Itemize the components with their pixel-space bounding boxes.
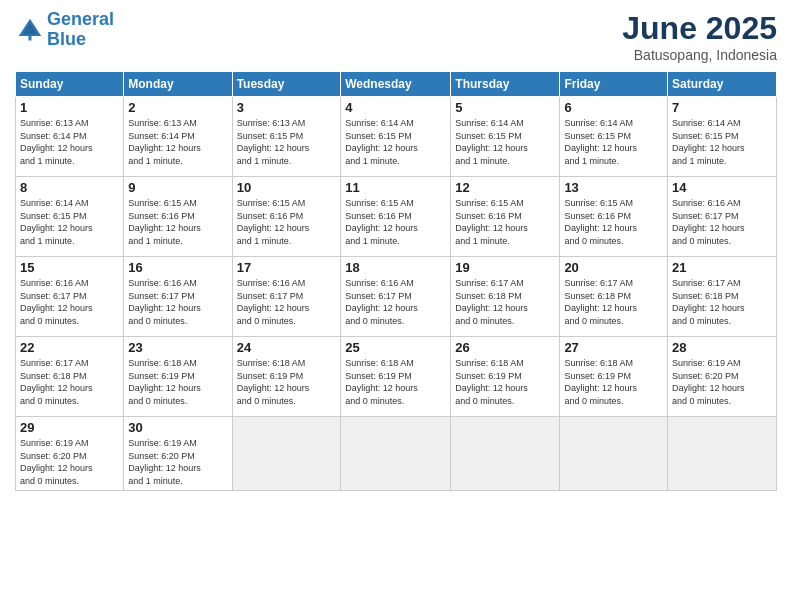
day-info-3: Sunrise: 6:13 AMSunset: 6:15 PMDaylight:… [237, 117, 337, 167]
day-cell-1: 1 Sunrise: 6:13 AMSunset: 6:14 PMDayligh… [16, 97, 124, 177]
day-num-3: 3 [237, 100, 337, 115]
day-info-20: Sunrise: 6:17 AMSunset: 6:18 PMDaylight:… [564, 277, 663, 327]
day-num-9: 9 [128, 180, 227, 195]
day-cell-empty-4 [560, 417, 668, 491]
day-info-19: Sunrise: 6:17 AMSunset: 6:18 PMDaylight:… [455, 277, 555, 327]
header-monday: Monday [124, 72, 232, 97]
day-num-27: 27 [564, 340, 663, 355]
day-cell-8: 8 Sunrise: 6:14 AMSunset: 6:15 PMDayligh… [16, 177, 124, 257]
header-friday: Friday [560, 72, 668, 97]
day-cell-30: 30 Sunrise: 6:19 AMSunset: 6:20 PMDaylig… [124, 417, 232, 491]
day-info-5: Sunrise: 6:14 AMSunset: 6:15 PMDaylight:… [455, 117, 555, 167]
title-block: June 2025 Batusopang, Indonesia [622, 10, 777, 63]
day-num-15: 15 [20, 260, 119, 275]
week-row-5: 29 Sunrise: 6:19 AMSunset: 6:20 PMDaylig… [16, 417, 777, 491]
day-num-8: 8 [20, 180, 119, 195]
day-cell-5: 5 Sunrise: 6:14 AMSunset: 6:15 PMDayligh… [451, 97, 560, 177]
day-num-24: 24 [237, 340, 337, 355]
day-cell-22: 22 Sunrise: 6:17 AMSunset: 6:18 PMDaylig… [16, 337, 124, 417]
svg-rect-2 [29, 34, 32, 40]
day-num-1: 1 [20, 100, 119, 115]
day-num-26: 26 [455, 340, 555, 355]
day-num-17: 17 [237, 260, 337, 275]
day-num-10: 10 [237, 180, 337, 195]
day-cell-13: 13 Sunrise: 6:15 AMSunset: 6:16 PMDaylig… [560, 177, 668, 257]
day-cell-15: 15 Sunrise: 6:16 AMSunset: 6:17 PMDaylig… [16, 257, 124, 337]
day-cell-20: 20 Sunrise: 6:17 AMSunset: 6:18 PMDaylig… [560, 257, 668, 337]
week-row-2: 8 Sunrise: 6:14 AMSunset: 6:15 PMDayligh… [16, 177, 777, 257]
logo-general: General [47, 9, 114, 29]
day-num-14: 14 [672, 180, 772, 195]
logo: General Blue [15, 10, 114, 50]
day-info-26: Sunrise: 6:18 AMSunset: 6:19 PMDaylight:… [455, 357, 555, 407]
day-info-28: Sunrise: 6:19 AMSunset: 6:20 PMDaylight:… [672, 357, 772, 407]
day-cell-14: 14 Sunrise: 6:16 AMSunset: 6:17 PMDaylig… [668, 177, 777, 257]
day-num-4: 4 [345, 100, 446, 115]
day-num-22: 22 [20, 340, 119, 355]
day-info-23: Sunrise: 6:18 AMSunset: 6:19 PMDaylight:… [128, 357, 227, 407]
day-cell-6: 6 Sunrise: 6:14 AMSunset: 6:15 PMDayligh… [560, 97, 668, 177]
day-cell-29: 29 Sunrise: 6:19 AMSunset: 6:20 PMDaylig… [16, 417, 124, 491]
day-cell-4: 4 Sunrise: 6:14 AMSunset: 6:15 PMDayligh… [341, 97, 451, 177]
day-num-23: 23 [128, 340, 227, 355]
day-cell-28: 28 Sunrise: 6:19 AMSunset: 6:20 PMDaylig… [668, 337, 777, 417]
day-info-29: Sunrise: 6:19 AMSunset: 6:20 PMDaylight:… [20, 437, 119, 487]
day-info-17: Sunrise: 6:16 AMSunset: 6:17 PMDaylight:… [237, 277, 337, 327]
day-cell-25: 25 Sunrise: 6:18 AMSunset: 6:19 PMDaylig… [341, 337, 451, 417]
calendar-table: Sunday Monday Tuesday Wednesday Thursday… [15, 71, 777, 491]
header-saturday: Saturday [668, 72, 777, 97]
day-cell-12: 12 Sunrise: 6:15 AMSunset: 6:16 PMDaylig… [451, 177, 560, 257]
day-info-11: Sunrise: 6:15 AMSunset: 6:16 PMDaylight:… [345, 197, 446, 247]
day-num-16: 16 [128, 260, 227, 275]
week-row-3: 15 Sunrise: 6:16 AMSunset: 6:17 PMDaylig… [16, 257, 777, 337]
day-num-30: 30 [128, 420, 227, 435]
month-year: June 2025 [622, 10, 777, 47]
day-info-24: Sunrise: 6:18 AMSunset: 6:19 PMDaylight:… [237, 357, 337, 407]
day-num-18: 18 [345, 260, 446, 275]
day-cell-21: 21 Sunrise: 6:17 AMSunset: 6:18 PMDaylig… [668, 257, 777, 337]
week-row-1: 1 Sunrise: 6:13 AMSunset: 6:14 PMDayligh… [16, 97, 777, 177]
day-info-30: Sunrise: 6:19 AMSunset: 6:20 PMDaylight:… [128, 437, 227, 487]
day-info-21: Sunrise: 6:17 AMSunset: 6:18 PMDaylight:… [672, 277, 772, 327]
day-num-13: 13 [564, 180, 663, 195]
weekday-header-row: Sunday Monday Tuesday Wednesday Thursday… [16, 72, 777, 97]
day-info-14: Sunrise: 6:16 AMSunset: 6:17 PMDaylight:… [672, 197, 772, 247]
page: General Blue June 2025 Batusopang, Indon… [0, 0, 792, 612]
day-cell-empty-1 [232, 417, 341, 491]
day-info-10: Sunrise: 6:15 AMSunset: 6:16 PMDaylight:… [237, 197, 337, 247]
day-info-9: Sunrise: 6:15 AMSunset: 6:16 PMDaylight:… [128, 197, 227, 247]
day-info-15: Sunrise: 6:16 AMSunset: 6:17 PMDaylight:… [20, 277, 119, 327]
day-cell-2: 2 Sunrise: 6:13 AMSunset: 6:14 PMDayligh… [124, 97, 232, 177]
day-cell-23: 23 Sunrise: 6:18 AMSunset: 6:19 PMDaylig… [124, 337, 232, 417]
week-row-4: 22 Sunrise: 6:17 AMSunset: 6:18 PMDaylig… [16, 337, 777, 417]
day-cell-9: 9 Sunrise: 6:15 AMSunset: 6:16 PMDayligh… [124, 177, 232, 257]
day-num-2: 2 [128, 100, 227, 115]
day-cell-7: 7 Sunrise: 6:14 AMSunset: 6:15 PMDayligh… [668, 97, 777, 177]
day-info-2: Sunrise: 6:13 AMSunset: 6:14 PMDaylight:… [128, 117, 227, 167]
day-cell-empty-3 [451, 417, 560, 491]
day-info-16: Sunrise: 6:16 AMSunset: 6:17 PMDaylight:… [128, 277, 227, 327]
day-cell-10: 10 Sunrise: 6:15 AMSunset: 6:16 PMDaylig… [232, 177, 341, 257]
day-num-12: 12 [455, 180, 555, 195]
location: Batusopang, Indonesia [622, 47, 777, 63]
day-num-28: 28 [672, 340, 772, 355]
day-cell-empty-5 [668, 417, 777, 491]
logo-icon [15, 15, 45, 45]
day-num-7: 7 [672, 100, 772, 115]
day-info-22: Sunrise: 6:17 AMSunset: 6:18 PMDaylight:… [20, 357, 119, 407]
day-num-21: 21 [672, 260, 772, 275]
day-num-5: 5 [455, 100, 555, 115]
day-cell-empty-2 [341, 417, 451, 491]
header-sunday: Sunday [16, 72, 124, 97]
day-cell-24: 24 Sunrise: 6:18 AMSunset: 6:19 PMDaylig… [232, 337, 341, 417]
header-wednesday: Wednesday [341, 72, 451, 97]
day-num-25: 25 [345, 340, 446, 355]
day-num-11: 11 [345, 180, 446, 195]
day-cell-17: 17 Sunrise: 6:16 AMSunset: 6:17 PMDaylig… [232, 257, 341, 337]
day-info-8: Sunrise: 6:14 AMSunset: 6:15 PMDaylight:… [20, 197, 119, 247]
day-info-27: Sunrise: 6:18 AMSunset: 6:19 PMDaylight:… [564, 357, 663, 407]
logo-text: General Blue [47, 10, 114, 50]
day-cell-19: 19 Sunrise: 6:17 AMSunset: 6:18 PMDaylig… [451, 257, 560, 337]
day-cell-18: 18 Sunrise: 6:16 AMSunset: 6:17 PMDaylig… [341, 257, 451, 337]
day-info-1: Sunrise: 6:13 AMSunset: 6:14 PMDaylight:… [20, 117, 119, 167]
